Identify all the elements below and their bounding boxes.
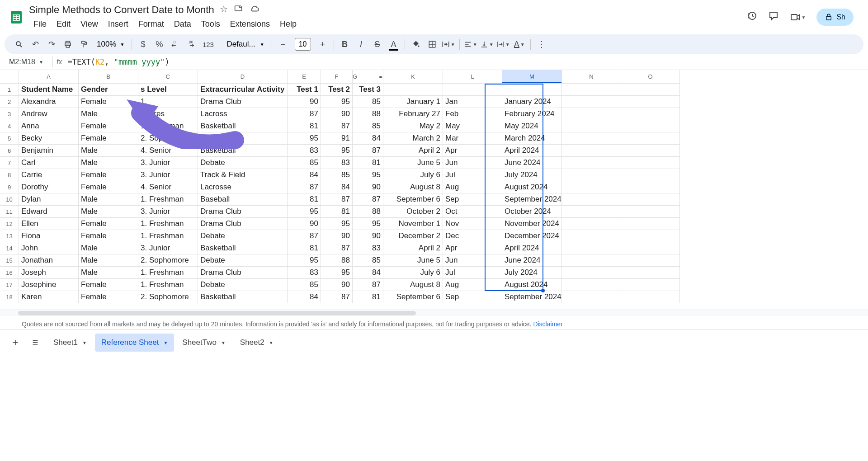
cell[interactable]: Nov	[443, 218, 502, 230]
cell[interactable]: 95	[321, 96, 353, 108]
cell[interactable]: Aug	[443, 279, 502, 291]
cell[interactable]: 1. Freshman	[138, 218, 198, 230]
cell[interactable]: 84	[353, 267, 383, 279]
cell[interactable]: Female	[79, 96, 138, 108]
cell[interactable]	[562, 254, 621, 267]
horizontal-scrollbar[interactable]	[0, 310, 868, 316]
menu-insert[interactable]: Insert	[104, 18, 133, 31]
cell[interactable]: 95	[288, 206, 321, 218]
cell[interactable]: Basketball	[198, 291, 288, 303]
formula-input[interactable]: =TEXT(K2, "mmmm yyyy")	[67, 57, 169, 66]
cell[interactable]: Female	[79, 132, 138, 145]
fill-color-icon[interactable]	[409, 37, 423, 52]
header-cell[interactable]: Gender	[79, 84, 138, 96]
cell[interactable]: Female	[79, 120, 138, 132]
cell[interactable]: 85	[353, 254, 383, 267]
menu-help[interactable]: Help	[275, 18, 301, 31]
cell[interactable]: July 2024	[502, 267, 562, 279]
cell[interactable]: Edward	[19, 206, 79, 218]
sheets-logo[interactable]	[7, 8, 25, 26]
col-header-K[interactable]: K	[383, 70, 443, 84]
cell[interactable]	[621, 145, 680, 157]
cell[interactable]: August 8	[383, 181, 443, 193]
more-icon[interactable]: ⋮	[534, 37, 549, 52]
header-cell[interactable]	[562, 84, 621, 96]
header-cell[interactable]: Test 3	[353, 84, 383, 96]
cell[interactable]: Male	[79, 206, 138, 218]
cell[interactable]: 87	[288, 181, 321, 193]
cell[interactable]: February 2024	[502, 108, 562, 120]
header-cell[interactable]	[621, 84, 680, 96]
cell[interactable]: Anna	[19, 120, 79, 132]
cell[interactable]: Jul	[443, 267, 502, 279]
row-header-10[interactable]: 10	[0, 193, 19, 206]
cell[interactable]: September 2024	[502, 193, 562, 206]
cell[interactable]: 83	[288, 145, 321, 157]
cell[interactable]	[621, 120, 680, 132]
cell[interactable]: 81	[353, 157, 383, 169]
decrease-decimal-icon[interactable]: .0	[168, 37, 183, 52]
cell[interactable]: September 6	[383, 291, 443, 303]
cloud-icon[interactable]	[250, 4, 259, 16]
cell[interactable]	[562, 132, 621, 145]
history-icon[interactable]	[746, 10, 757, 24]
cell[interactable]	[621, 157, 680, 169]
cell[interactable]: 1. Freshman	[138, 279, 198, 291]
row-header-3[interactable]: 3	[0, 108, 19, 120]
v-align-icon[interactable]: ▼	[480, 37, 494, 52]
cell[interactable]: November 2024	[502, 218, 562, 230]
cell[interactable]	[562, 120, 621, 132]
cell[interactable]: Alexandra	[19, 96, 79, 108]
move-icon[interactable]	[234, 4, 243, 16]
cell[interactable]: 90	[321, 230, 353, 242]
cell[interactable]	[562, 193, 621, 206]
cell[interactable]: 87	[288, 230, 321, 242]
cell[interactable]: Benjamin	[19, 145, 79, 157]
cell[interactable]	[621, 218, 680, 230]
cell[interactable]: 87	[288, 108, 321, 120]
cell[interactable]: Lacross	[198, 108, 288, 120]
col-header-N[interactable]: N	[562, 70, 621, 84]
cell[interactable]: 90	[288, 218, 321, 230]
cell[interactable]	[562, 169, 621, 181]
all-sheets-icon[interactable]: ≡	[27, 334, 43, 351]
cell[interactable]: June 2024	[502, 254, 562, 267]
cell[interactable]: Aug	[443, 181, 502, 193]
cell[interactable]: 1. Fres	[138, 108, 198, 120]
increase-decimal-icon[interactable]: .00	[184, 37, 199, 52]
cell[interactable]: 87	[353, 145, 383, 157]
cell[interactable]: Apr	[443, 145, 502, 157]
cell[interactable]: Debate	[198, 279, 288, 291]
cell[interactable]: Dec	[443, 230, 502, 242]
row-header-8[interactable]: 8	[0, 169, 19, 181]
cell[interactable]: Female	[79, 181, 138, 193]
merge-icon[interactable]: ▼	[441, 37, 456, 52]
italic-icon[interactable]: I	[354, 37, 368, 52]
cell[interactable]	[562, 267, 621, 279]
cell[interactable]: March 2	[383, 132, 443, 145]
cell[interactable]: Carl	[19, 157, 79, 169]
cell[interactable]: 87	[353, 193, 383, 206]
cell[interactable]: Dorothy	[19, 181, 79, 193]
cell[interactable]: May	[443, 120, 502, 132]
row-header-16[interactable]: 16	[0, 267, 19, 279]
cell[interactable]: 85	[353, 120, 383, 132]
cell[interactable]	[562, 206, 621, 218]
menu-file[interactable]: File	[29, 18, 51, 31]
cell[interactable]: Female	[79, 218, 138, 230]
share-button[interactable]: Sh	[816, 9, 854, 26]
cell[interactable]: 90	[321, 279, 353, 291]
cell[interactable]	[562, 145, 621, 157]
header-cell[interactable]	[502, 84, 562, 96]
cell[interactable]	[562, 242, 621, 254]
cell[interactable]: 87	[353, 279, 383, 291]
cell[interactable]: 1. Freshman	[138, 230, 198, 242]
col-header-C[interactable]: C	[138, 70, 198, 84]
cell[interactable]: Basketball	[198, 242, 288, 254]
cell[interactable]	[562, 279, 621, 291]
doc-title[interactable]: Simple Methods to Convert Date to Month	[29, 4, 214, 16]
cell[interactable]: Andrew	[19, 108, 79, 120]
cell[interactable]: Drama Club	[198, 206, 288, 218]
cell[interactable]: Jun	[443, 157, 502, 169]
font-size-input[interactable]	[295, 38, 311, 51]
